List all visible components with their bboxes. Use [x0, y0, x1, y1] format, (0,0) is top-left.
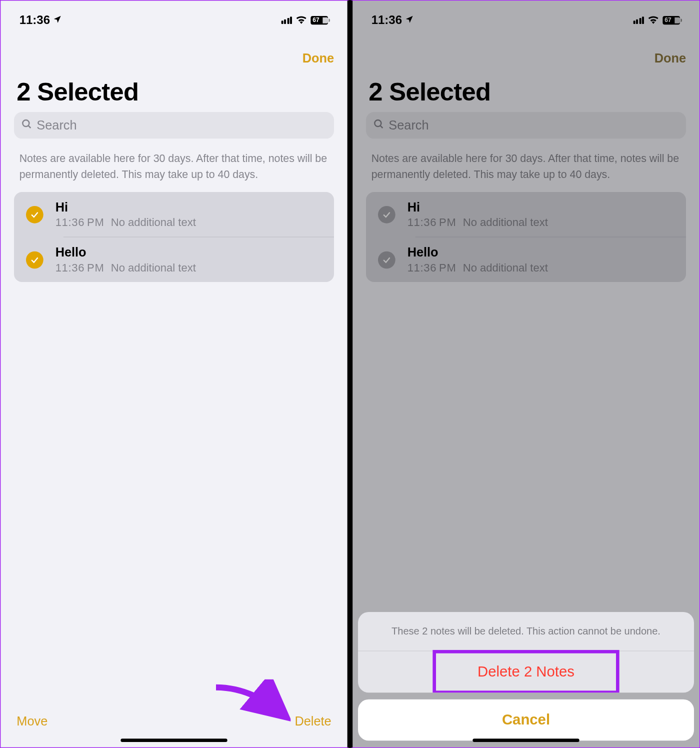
delete-button[interactable]: Delete	[294, 714, 331, 728]
cellular-icon	[281, 16, 292, 24]
note-row[interactable]: Hello 11:36 PM No additional text	[64, 236, 334, 282]
search-input[interactable]	[36, 118, 327, 132]
note-row[interactable]: Hi 11:36 PM No additional text	[14, 192, 334, 236]
note-title: Hello	[56, 246, 196, 260]
wifi-icon	[296, 13, 308, 27]
done-button[interactable]: Done	[302, 52, 334, 66]
note-preview: No additional text	[111, 262, 196, 274]
home-indicator[interactable]	[120, 738, 227, 742]
move-button[interactable]: Move	[16, 714, 48, 728]
search-field[interactable]	[14, 112, 334, 138]
svg-point-0	[22, 120, 29, 126]
battery-icon: 67	[310, 16, 330, 24]
action-sheet-message: These 2 notes will be deleted. This acti…	[358, 612, 694, 651]
home-indicator[interactable]	[472, 738, 579, 742]
note-preview: No additional text	[111, 216, 196, 228]
note-time: 11:36 PM	[56, 216, 104, 228]
note-time: 11:36 PM	[56, 262, 104, 274]
notes-list: Hi 11:36 PM No additional text Hello 11:…	[14, 192, 334, 282]
search-icon	[20, 118, 32, 132]
bottom-toolbar: Move Delete	[0, 714, 347, 748]
cancel-button[interactable]: Cancel	[358, 700, 694, 741]
status-bar: 11:36 67	[0, 0, 347, 31]
retention-info: Notes are available here for 30 days. Af…	[0, 138, 347, 192]
location-icon	[52, 13, 62, 27]
checkmark-selected-icon[interactable]	[26, 206, 44, 223]
delete-notes-button[interactable]: Delete 2 Notes	[358, 652, 694, 693]
annotation-arrow-icon	[210, 680, 290, 729]
note-title: Hi	[56, 200, 196, 214]
status-time: 11:36	[20, 13, 50, 27]
svg-line-1	[28, 126, 31, 128]
page-title: 2 Selected	[0, 66, 347, 112]
action-sheet: These 2 notes will be deleted. This acti…	[358, 612, 694, 740]
checkmark-selected-icon[interactable]	[26, 251, 44, 268]
